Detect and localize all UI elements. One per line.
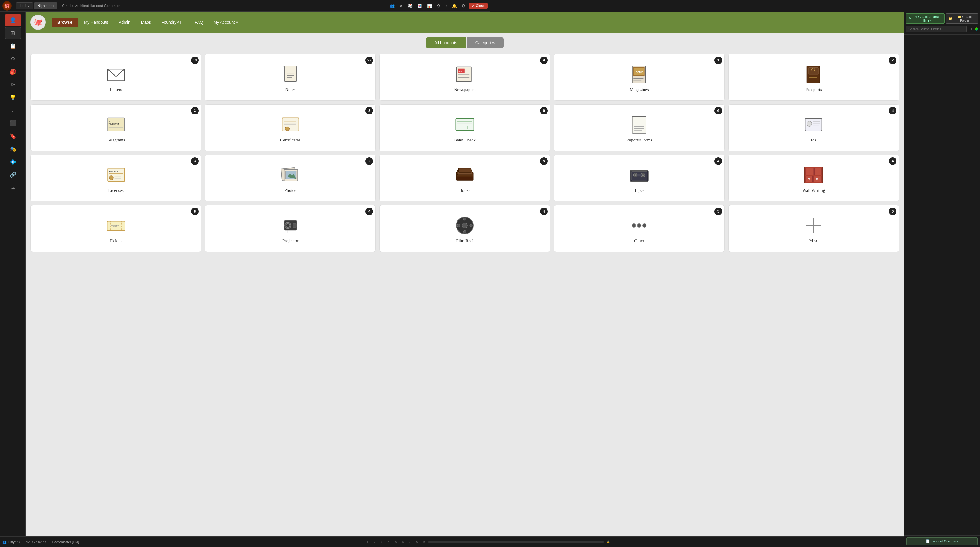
svg-rect-71	[456, 177, 473, 181]
category-icon-filmreel	[454, 215, 475, 236]
category-icon-telegram: W UTELEGRAM	[105, 114, 127, 135]
sidebar-icon-effects[interactable]: 💠	[5, 156, 21, 168]
close-button[interactable]: ✕ Close	[469, 3, 488, 9]
users-icon[interactable]: 👥	[388, 3, 396, 9]
categories-grid: 14Letters22Notes9NewsNewspapers1TOMEMaga…	[26, 52, 490, 274]
category-badge: 8	[191, 208, 199, 215]
foundryvtt-nav-link[interactable]: FoundryVTT	[157, 17, 189, 27]
hg-nav: Browse My Handouts Admin Maps FoundryVTT…	[52, 17, 490, 27]
svg-text:TICKET: TICKET	[111, 225, 119, 228]
gear2-icon[interactable]: ⚙	[436, 3, 442, 9]
category-label: Letters	[110, 87, 122, 92]
category-label: Licenses	[108, 188, 123, 193]
app-logo: 🐙	[2, 1, 12, 11]
category-label: Projector	[282, 238, 298, 243]
sidebar-icon-settings[interactable]: ⚙	[5, 53, 21, 65]
category-icon-photos	[280, 165, 301, 186]
category-card-tickets[interactable]: 8TICKETTickets	[30, 205, 201, 252]
category-badge: 22	[366, 57, 373, 64]
category-card-licenses[interactable]: 3LICENCELicenses	[30, 155, 201, 201]
close-x-icon[interactable]: ✕	[398, 3, 404, 9]
sidebar-icon-pencil[interactable]: ✏	[5, 78, 21, 91]
category-card-film-reel[interactable]: 4Film Reel	[379, 205, 490, 252]
category-icon-letter	[105, 64, 127, 85]
top-bar-right: 👥 ✕ 🎲 🃏 📊 ⚙ ♪ 🔔 ⚙ ✕ Close	[388, 3, 488, 9]
svg-text:W U: W U	[108, 120, 112, 122]
category-badge: 2	[366, 157, 373, 165]
sidebar-icon-journal[interactable]: 📋	[5, 40, 21, 52]
dice-icon[interactable]: 🎲	[406, 3, 414, 9]
category-card-books[interactable]: 5Books	[379, 155, 490, 201]
category-card-telegrams[interactable]: 3W UTELEGRAMTelegrams	[30, 104, 201, 151]
sidebar-icon-cloud[interactable]: ☁	[5, 182, 21, 194]
sidebar-icon-bookmark[interactable]: 🔖	[5, 130, 21, 142]
category-card-bank-check[interactable]: 6Bank Check	[379, 104, 490, 151]
category-card-notes[interactable]: 22Notes	[205, 54, 376, 101]
category-card-newspapers[interactable]: 9NewsNewspapers	[379, 54, 490, 101]
category-badge: 3	[191, 107, 199, 114]
cards-icon[interactable]: 🃏	[416, 3, 423, 9]
svg-point-98	[463, 217, 466, 220]
scene-tabs: Lobby Nightmare	[16, 2, 57, 10]
category-label: Certificates	[280, 138, 301, 143]
my-handouts-nav-link[interactable]: My Handouts	[80, 17, 113, 27]
category-icon-license: LICENCE	[105, 165, 127, 186]
category-card-projector[interactable]: 4Projector	[205, 205, 376, 252]
sidebar-icon-mask[interactable]: 🎭	[5, 143, 21, 155]
category-icon-notes	[280, 64, 301, 85]
left-sidebar: 👤 ⊞ 📋 ⚙ 🎒 ✏ 💡 ♪ ⬛ 🔖 🎭 💠 🔗 ☁	[0, 12, 26, 274]
lobby-tab[interactable]: Lobby	[16, 2, 33, 10]
main-content: 🐙 Browse My Handouts Admin Maps FoundryV…	[26, 12, 490, 274]
music-top-icon[interactable]: ♪	[444, 3, 449, 9]
top-bar: 🐙 Lobby Nightmare Cthulhu Architect Hand…	[0, 0, 490, 12]
svg-rect-39	[456, 118, 474, 130]
svg-rect-93	[293, 223, 296, 227]
category-icon-ticket: TICKET	[105, 215, 127, 236]
category-card-photos[interactable]: 2Photos	[205, 155, 376, 201]
svg-point-92	[286, 224, 290, 227]
browse-nav-button[interactable]: Browse	[52, 17, 78, 27]
svg-text:News: News	[458, 70, 462, 72]
category-label: Bank Check	[454, 138, 476, 143]
category-icon-projector	[280, 215, 301, 236]
sidebar-icon-actor[interactable]: 👤	[5, 14, 21, 26]
category-badge: 3	[191, 157, 199, 165]
hg-header: 🐙 Browse My Handouts Admin Maps FoundryV…	[26, 12, 490, 33]
category-label: Newspapers	[454, 87, 475, 92]
sidebar-icon-light[interactable]: 💡	[5, 91, 21, 104]
bell-icon[interactable]: 🔔	[451, 3, 458, 9]
hg-logo: 🐙	[30, 15, 46, 30]
category-icon-books	[454, 165, 475, 186]
tab-bar: All handouts Categories	[26, 33, 490, 52]
faq-nav-link[interactable]: FAQ	[190, 17, 208, 27]
category-label: Telegrams	[107, 138, 125, 143]
maps-nav-link[interactable]: Maps	[136, 17, 156, 27]
category-icon-certificate	[280, 114, 301, 135]
category-card-certificates[interactable]: 3Certificates	[205, 104, 376, 151]
sidebar-icon-items[interactable]: 🎒	[5, 66, 21, 78]
category-label: Tickets	[110, 238, 123, 243]
svg-text:LICENCE: LICENCE	[109, 170, 118, 173]
table-icon[interactable]: 📊	[426, 3, 433, 9]
hg-logo-inner: 🐙	[31, 15, 45, 29]
my-account-dropdown[interactable]: My Account ▾	[209, 17, 243, 27]
tab-all-handouts[interactable]: All handouts	[426, 38, 466, 48]
admin-nav-link[interactable]: Admin	[114, 17, 135, 27]
svg-point-61	[109, 175, 113, 179]
category-label: Notes	[285, 87, 295, 92]
category-card-letters[interactable]: 14Letters	[30, 54, 201, 101]
svg-point-101	[470, 224, 473, 227]
sidebar-icon-link[interactable]: 🔗	[5, 169, 21, 181]
svg-point-37	[285, 127, 289, 131]
dropdown-chevron-icon: ▾	[236, 20, 238, 25]
category-icon-bankcheck	[454, 114, 475, 135]
svg-point-97	[462, 223, 468, 228]
nightmare-tab[interactable]: Nightmare	[34, 2, 57, 10]
sidebar-icon-music[interactable]: ♪	[5, 104, 21, 117]
category-badge: 3	[366, 107, 373, 114]
sidebar-icon-grid[interactable]: ⊞	[5, 27, 21, 39]
category-badge: 4	[366, 208, 373, 215]
sidebar-icon-tiles[interactable]: ⬛	[5, 117, 21, 129]
tab-categories[interactable]: Categories	[466, 38, 490, 48]
settings2-icon[interactable]: ⚙	[460, 3, 466, 9]
